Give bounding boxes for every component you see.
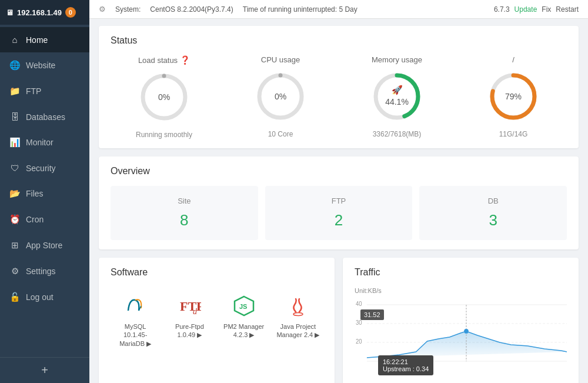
svg-text:FTP: FTP xyxy=(180,299,201,314)
svg-text:JS: JS xyxy=(239,303,247,310)
svg-text:20: 20 xyxy=(356,338,362,345)
mysql-label: MySQL 10.1.45-MariaDB ▶ xyxy=(113,322,158,348)
sidebar-item-label: Website xyxy=(26,61,55,70)
uptime-label: Time of running uninterrupted: 5 Day xyxy=(243,5,358,14)
svg-point-21 xyxy=(464,329,469,334)
overview-card: Overview Site 8 FTP 2 DB 3 xyxy=(99,156,579,249)
notification-badge: 0 xyxy=(65,7,76,18)
software-item-pm2[interactable]: JS PM2 Manager 4.2.3 ▶ xyxy=(219,287,269,354)
content-area: Status Load status ❓ 0% Runn xyxy=(89,19,588,383)
traffic-title: Traffic xyxy=(355,267,567,278)
add-button[interactable]: + xyxy=(41,364,48,377)
sidebar-item-label: Databases xyxy=(26,112,65,122)
update-button[interactable]: Update xyxy=(514,5,537,14)
restart-button[interactable]: Restart xyxy=(556,5,579,14)
sidebar-item-monitor[interactable]: 📊 Monitor xyxy=(0,129,89,155)
load-sublabel: Running smoothly xyxy=(136,131,192,139)
sidebar-item-website[interactable]: 🌐 Website xyxy=(0,52,89,78)
traffic-chart: 31.52 40 30 20 xyxy=(355,299,567,381)
status-card: Status Load status ❓ 0% Runn xyxy=(99,26,579,148)
db-label: DB xyxy=(430,197,556,205)
disk-value: 79% xyxy=(505,92,522,101)
version-label: 6.7.3 xyxy=(494,5,510,14)
memory-label: Memory usage xyxy=(372,55,422,64)
site-value: 8 xyxy=(121,211,248,229)
sidebar-item-label: Settings xyxy=(26,267,56,276)
sidebar-item-files[interactable]: 📂 Files xyxy=(0,181,89,207)
traffic-svg: 40 30 20 xyxy=(355,299,567,364)
software-item-ftpd[interactable]: FTP d Pure-Ftpd 1.0.49 ▶ xyxy=(165,287,214,354)
cpu-value: 0% xyxy=(275,92,286,101)
cpu-label: CPU usage xyxy=(261,55,300,64)
sidebar-item-databases[interactable]: 🗄 Databases xyxy=(0,104,89,129)
sidebar-item-label: Files xyxy=(26,189,44,198)
monitor-icon: 📊 xyxy=(9,137,20,148)
load-donut: 0% xyxy=(138,71,191,124)
disk-label: / xyxy=(512,55,514,64)
website-icon: 🌐 xyxy=(9,60,20,71)
cron-icon: ⏰ xyxy=(9,214,20,225)
tooltip-time: 16:22:21 xyxy=(383,358,429,365)
fix-button[interactable]: Fix xyxy=(542,5,551,14)
system-icon: ⚙ xyxy=(99,5,106,14)
status-item-disk: / 79% 11G/14G xyxy=(460,55,567,139)
traffic-tooltip-value: 31.52 xyxy=(360,309,384,320)
ftp-ov-value: 2 xyxy=(276,211,402,229)
overview-title: Overview xyxy=(111,166,567,176)
load-value: 0% xyxy=(158,92,170,102)
disk-sublabel: 11G/14G xyxy=(499,130,528,138)
sidebar-item-label: Monitor xyxy=(26,138,54,147)
monitor-icon: 🖥 xyxy=(6,8,14,17)
memory-sublabel: 3362/7618(MB) xyxy=(373,130,422,138)
sidebar-item-appstore[interactable]: ⊞ App Store xyxy=(0,232,89,258)
ftp-icon: 📁 xyxy=(9,86,20,96)
shield-icon: 🛡 xyxy=(9,163,20,173)
sidebar-item-cron[interactable]: ⏰ Cron xyxy=(0,207,89,232)
site-label: Site xyxy=(121,197,248,205)
sidebar-item-label: Security xyxy=(26,164,56,173)
status-title: Status xyxy=(111,35,567,46)
memory-value: 44.1% xyxy=(385,97,409,106)
sidebar-item-ftp[interactable]: 📁 FTP xyxy=(0,78,89,104)
sidebar-item-logout[interactable]: 🔓 Log out xyxy=(0,284,89,310)
pm2-label: PM2 Manager 4.2.3 ▶ xyxy=(222,322,266,339)
ftpd-label: Pure-Ftpd 1.0.49 ▶ xyxy=(167,322,212,339)
sidebar-item-label: FTP xyxy=(26,86,41,96)
status-grid: Load status ❓ 0% Running smoothly CPU u xyxy=(111,55,567,139)
svg-text:d: d xyxy=(193,307,198,316)
status-item-memory: Memory usage 🚀 44.1% 3362/7618(MB) xyxy=(343,55,450,139)
pm2-icon: JS xyxy=(231,293,257,319)
software-grid: MySQL 10.1.45-MariaDB ▶ FTP d Pure-Ftpd … xyxy=(111,287,323,354)
sidebar-footer: + xyxy=(0,357,89,383)
java-icon xyxy=(285,293,311,319)
databases-icon: 🗄 xyxy=(9,112,20,122)
mysql-icon xyxy=(122,293,148,319)
home-icon: ⌂ xyxy=(9,35,20,45)
software-item-mysql[interactable]: MySQL 10.1.45-MariaDB ▶ xyxy=(111,287,160,354)
files-icon: 📂 xyxy=(9,188,20,199)
cpu-donut: 0% xyxy=(254,70,307,123)
traffic-card: Traffic Unit:KB/s 31.52 40 30 20 xyxy=(343,258,579,383)
overview-item-db: DB 3 xyxy=(419,186,567,240)
sidebar-nav: ⌂ Home 🌐 Website 📁 FTP 🗄 Databases 📊 Mon… xyxy=(0,25,89,357)
svg-text:30: 30 xyxy=(356,319,362,326)
overview-grid: Site 8 FTP 2 DB 3 xyxy=(111,186,567,240)
sidebar-item-label: Cron xyxy=(26,215,44,224)
tooltip-detail: Upstream : 0.34 xyxy=(383,365,429,372)
sidebar-item-home[interactable]: ⌂ Home xyxy=(0,27,89,52)
top-bar: ⚙ System: CentOS 8.2.2004(Py3.7.4) Time … xyxy=(89,0,588,19)
top-bar-right: 6.7.3 Update Fix Restart xyxy=(494,5,579,14)
java-label: Java Project Manager 2.4 ▶ xyxy=(276,322,320,339)
svg-text:40: 40 xyxy=(356,301,362,307)
sidebar-item-settings[interactable]: ⚙ Settings xyxy=(0,258,89,284)
disk-donut: 79% xyxy=(487,70,540,123)
rocket-icon: 🚀 xyxy=(392,85,403,95)
cpu-sublabel: 10 Core xyxy=(268,130,293,138)
sidebar-item-security[interactable]: 🛡 Security xyxy=(0,155,89,181)
software-card: Software MySQL 10.1.45-MariaDB ▶ xyxy=(99,258,335,383)
svg-point-12 xyxy=(293,313,303,316)
load-label: Load status ❓ xyxy=(138,55,190,65)
bottom-row: Software MySQL 10.1.45-MariaDB ▶ xyxy=(99,258,579,383)
software-item-java[interactable]: Java Project Manager 2.4 ▶ xyxy=(273,287,323,354)
info-icon: ❓ xyxy=(180,55,190,65)
